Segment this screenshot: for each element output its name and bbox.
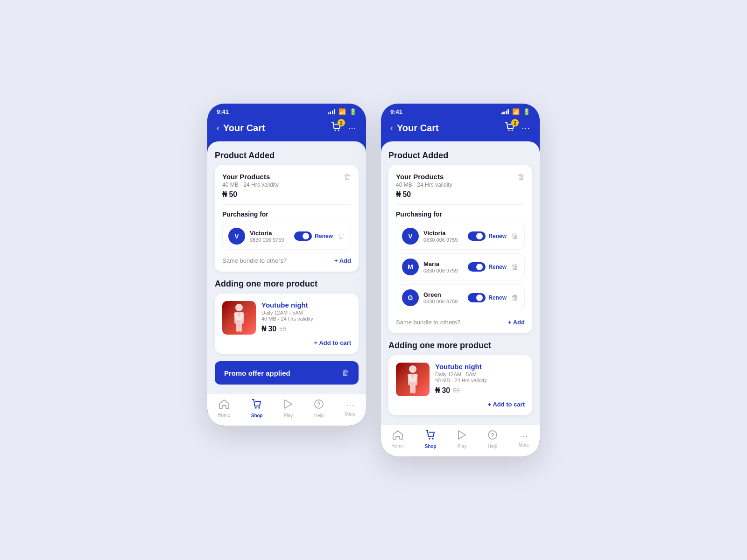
user-name-victoria-2: Victoria (423, 230, 468, 237)
svg-point-13 (512, 130, 513, 131)
nav-shop-2[interactable]: Shop (425, 430, 437, 449)
product-validity-1: 40 MB - 24 Hrs validity (261, 316, 351, 322)
renew-toggle-victoria-2[interactable]: Renew (468, 231, 507, 241)
toggle-victoria-2[interactable] (468, 231, 486, 241)
purchasing-for-label-2: Purchasing for (396, 210, 525, 218)
toggle-green-2[interactable] (468, 293, 486, 302)
nav-play-label-1: Play (284, 413, 293, 418)
nav-play-1[interactable]: Play (283, 399, 293, 418)
svg-point-21 (432, 438, 434, 440)
help-icon-1: ? (314, 399, 324, 412)
play-icon-2 (457, 430, 466, 442)
wifi-icon-1: 📶 (338, 108, 346, 115)
svg-rect-18 (410, 385, 413, 393)
nav-help-1[interactable]: ? Help (314, 399, 324, 418)
cart-button-2[interactable]: 2 (505, 122, 516, 134)
svg-point-20 (429, 438, 430, 440)
product-details-2: Youtube night Daily 12AM - 5AM 40 MB - 2… (435, 363, 525, 395)
user-name-victoria-1: Victoria (250, 230, 294, 237)
header-left-1: ‹ Your Cart (217, 123, 265, 133)
renew-toggle-maria-2[interactable]: Renew (468, 262, 507, 272)
cart-button-1[interactable]: 2 (331, 122, 342, 134)
more-icon-2: ··· (520, 431, 528, 441)
products-validity-2: 40 MB - 24 Hrs validity (396, 182, 452, 188)
user-info-green-2: Green 0830 006 9759 (423, 291, 468, 304)
renew-toggle-green-2[interactable]: Renew (468, 293, 507, 302)
nav-home-label-1: Home (218, 413, 230, 418)
user-avatar-maria-2: M (402, 259, 419, 275)
product-time-1: Daily 12AM - 5AM (261, 310, 351, 315)
adding-more-section-2: Adding one more product (388, 341, 532, 415)
same-bundle-row-1: Same bundle to others? + Add (222, 253, 351, 264)
header-right-1: 2 ⋯ (331, 122, 357, 134)
products-info-1: Your Products 40 MB - 24 Hrs validity ₦ … (222, 173, 279, 199)
user-name-green-2: Green (423, 291, 468, 298)
renew-toggle-victoria-1[interactable]: Renew (294, 231, 333, 241)
header-1: ‹ Your Cart 2 ⋯ (207, 118, 366, 141)
back-button-2[interactable]: ‹ (390, 123, 393, 133)
add-user-button-1[interactable]: + Add (334, 257, 351, 264)
same-bundle-row-2: Same bundle to others? + Add (396, 315, 525, 326)
delete-user-green-2[interactable]: 🗑 (511, 294, 519, 302)
user-row-maria-2: M Maria 0830 006 9759 Renew 🗑 (396, 253, 525, 280)
toggle-maria-2[interactable] (468, 262, 486, 272)
status-bar-2: 9:41 📶 🔋 (381, 104, 540, 118)
svg-rect-19 (413, 385, 416, 393)
header-left-2: ‹ Your Cart (390, 123, 439, 133)
toggle-victoria-1[interactable] (294, 231, 312, 241)
svg-text:?: ? (491, 432, 494, 439)
bottom-nav-1: Home Shop Play ? Help ··· (207, 394, 366, 426)
svg-text:?: ? (317, 401, 320, 408)
purchasing-for-label-1: Purchasing for (222, 210, 351, 218)
user-row-victoria-2: V Victoria 0830 006 9759 Renew 🗑 (396, 223, 525, 250)
nav-home-1[interactable]: Home (218, 399, 230, 418)
nav-more-1[interactable]: ··· More (345, 400, 356, 417)
wifi-icon-2: 📶 (512, 108, 520, 115)
nav-play-2[interactable]: Play (457, 430, 466, 449)
back-button-1[interactable]: ‹ (217, 123, 219, 133)
delete-user-maria-2[interactable]: 🗑 (511, 263, 519, 271)
promo-bar-1: Promo offer applied 🗑 (215, 361, 359, 385)
your-products-card-1: Your Products 40 MB - 24 Hrs validity ₦ … (215, 165, 359, 272)
products-price-2: ₦ 50 (396, 190, 452, 199)
add-to-cart-button-2[interactable]: + Add to cart (488, 401, 525, 408)
adding-more-title-1: Adding one more product (215, 279, 359, 289)
nav-more-2[interactable]: ··· More (519, 431, 529, 448)
user-actions-victoria-1: Renew 🗑 (294, 231, 345, 241)
promo-trash-1[interactable]: 🗑 (342, 369, 349, 377)
nav-shop-label-1: Shop (251, 413, 263, 418)
renew-label-victoria-2: Renew (488, 233, 507, 239)
status-icons-2: 📶 🔋 (501, 108, 531, 115)
nav-home-2[interactable]: Home (391, 430, 404, 448)
svg-rect-6 (236, 323, 239, 332)
cart-badge-2: 2 (511, 119, 519, 126)
nav-shop-1[interactable]: Shop (251, 399, 263, 418)
add-to-cart-button-1[interactable]: + Add to cart (314, 339, 351, 346)
nav-help-2[interactable]: ? Help (487, 430, 498, 449)
user-phone-victoria-1: 0830 006 9759 (250, 237, 294, 243)
nav-help-label-2: Help (488, 444, 498, 449)
delete-user-victoria-1[interactable]: 🗑 (338, 232, 345, 240)
delete-product-button-2[interactable]: 🗑 (517, 173, 525, 181)
delete-user-victoria-2[interactable]: 🗑 (511, 232, 519, 240)
nav-home-label-2: Home (391, 443, 404, 448)
product-price-old-1: 50 (279, 325, 286, 332)
delete-product-button-1[interactable]: 🗑 (344, 173, 351, 181)
product-image-1 (222, 301, 256, 335)
more-button-1[interactable]: ⋯ (348, 123, 357, 133)
upsell-product-card-2: Youtube night Daily 12AM - 5AM 40 MB - 2… (388, 355, 532, 415)
header-2: ‹ Your Cart 2 ⋯ (381, 118, 540, 141)
product-price-new-2: ₦ 30 (435, 386, 450, 395)
nav-shop-label-2: Shop (425, 444, 437, 449)
battery-icon-1: 🔋 (349, 108, 357, 115)
product-added-section-1: Product Added Your Products 40 MB - 24 H… (215, 151, 359, 272)
time-2: 9:41 (390, 108, 402, 115)
product-added-title-2: Product Added (388, 151, 532, 161)
page-title-1: Your Cart (223, 123, 265, 133)
more-button-2[interactable]: ⋯ (521, 123, 530, 133)
header-right-2: 2 ⋯ (505, 122, 530, 134)
upsell-product-card-1: Youtube night Daily 12AM - 5AM 40 MB - 2… (215, 294, 359, 354)
page-title-2: Your Cart (397, 123, 439, 133)
add-user-button-2[interactable]: + Add (508, 319, 525, 326)
nav-play-label-2: Play (458, 444, 466, 449)
